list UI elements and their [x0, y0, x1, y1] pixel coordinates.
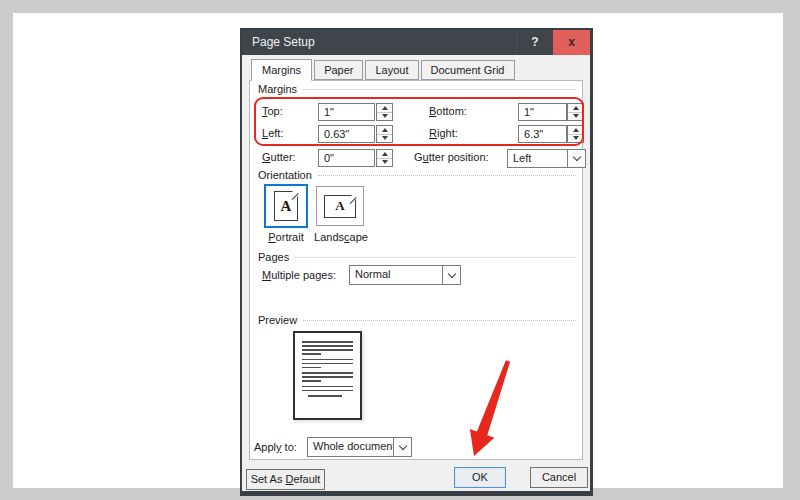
- dialog-title: Page Setup: [252, 30, 315, 55]
- preview-text-line: [302, 372, 353, 374]
- divider: [303, 320, 576, 321]
- triangle-up-icon: [573, 106, 579, 110]
- landscape-option[interactable]: A: [316, 186, 364, 226]
- preview-text-line: [302, 380, 321, 382]
- content-area: Page Setup ? x Margins Paper Layout Docu…: [13, 13, 783, 488]
- cancel-button[interactable]: Cancel: [530, 467, 588, 488]
- decrement-button[interactable]: [377, 135, 392, 143]
- increment-button[interactable]: [377, 104, 392, 113]
- margins-group-label: Margins: [258, 83, 297, 95]
- decrement-button[interactable]: [377, 159, 392, 167]
- preview-group-label: Preview: [258, 314, 297, 326]
- page-setup-dialog: Page Setup ? x Margins Paper Layout Docu…: [240, 28, 593, 496]
- multiple-pages-select[interactable]: Normal: [349, 265, 461, 285]
- gutter-position-value: Left: [508, 150, 567, 167]
- set-as-default-button[interactable]: Set As Default: [246, 469, 325, 490]
- tab-margins[interactable]: Margins: [251, 59, 312, 81]
- left-margin-label: Left:: [262, 125, 283, 142]
- increment-button[interactable]: [377, 150, 392, 159]
- top-margin-stepper[interactable]: [376, 103, 393, 121]
- gutter-position-label: Gutter position:: [414, 149, 489, 166]
- tab-document-grid[interactable]: Document Grid: [421, 60, 515, 80]
- preview-text-line: [302, 376, 353, 378]
- triangle-up-icon: [382, 128, 388, 132]
- preview-text-line: [302, 386, 353, 388]
- chevron-down-icon: [567, 150, 585, 167]
- left-margin-stepper[interactable]: [376, 125, 393, 143]
- chevron-glyph: [398, 441, 406, 449]
- divider: [318, 175, 576, 176]
- gutter-label: Gutter:: [262, 149, 296, 166]
- bottom-margin-stepper[interactable]: [567, 103, 584, 121]
- chevron-glyph: [447, 269, 455, 277]
- right-margin-input[interactable]: 6.3": [518, 125, 567, 143]
- tab-paper[interactable]: Paper: [314, 60, 363, 80]
- preview-group-header: Preview: [258, 314, 576, 326]
- pages-group-header: Pages: [258, 251, 576, 263]
- icon-letter: A: [335, 198, 344, 214]
- portrait-option[interactable]: A: [264, 184, 308, 228]
- increment-button[interactable]: [568, 104, 583, 113]
- portrait-page-icon: A: [274, 191, 298, 221]
- margins-group-header: Margins: [258, 83, 576, 95]
- preview-text-line: [302, 367, 321, 369]
- close-button[interactable]: x: [553, 30, 590, 55]
- preview-page-thumbnail: [293, 331, 362, 420]
- decrement-button[interactable]: [568, 135, 583, 143]
- increment-button[interactable]: [568, 126, 583, 135]
- triangle-down-icon: [573, 114, 579, 118]
- portrait-label: Portrait: [258, 231, 314, 243]
- decrement-button[interactable]: [377, 113, 392, 121]
- triangle-down-icon: [382, 160, 388, 164]
- preview-text-line: [302, 363, 353, 365]
- bottom-margin-input[interactable]: 1": [518, 103, 567, 121]
- tab-layout[interactable]: Layout: [365, 60, 418, 80]
- triangle-down-icon: [573, 136, 579, 140]
- preview-text-line: [302, 349, 353, 351]
- orientation-group-label: Orientation: [258, 169, 312, 181]
- chevron-down-icon: [442, 266, 460, 284]
- chevron-down-icon: [393, 438, 411, 456]
- preview-text-line: [302, 353, 321, 355]
- divider: [295, 257, 576, 258]
- left-margin-input[interactable]: 0.63": [318, 125, 375, 143]
- gutter-stepper[interactable]: [376, 149, 393, 167]
- right-margin-label: Right:: [429, 125, 458, 142]
- tab-bar: Margins Paper Layout Document Grid: [251, 58, 517, 80]
- gutter-position-select[interactable]: Left: [507, 149, 586, 168]
- preview-text-line: [302, 390, 353, 392]
- triangle-up-icon: [382, 152, 388, 156]
- ok-button[interactable]: OK: [454, 467, 506, 488]
- title-bar[interactable]: Page Setup ? x: [242, 30, 590, 55]
- preview-text-line: [308, 395, 342, 397]
- chevron-glyph: [572, 153, 580, 161]
- landscape-page-icon: A: [324, 195, 356, 218]
- preview-text-line: [302, 345, 353, 347]
- landscape-label: Landscape: [310, 231, 372, 243]
- multiple-pages-label: Multiple pages:: [262, 267, 336, 284]
- triangle-down-icon: [382, 136, 388, 140]
- icon-letter: A: [281, 198, 292, 215]
- apply-to-value: Whole document: [308, 438, 393, 456]
- multiple-pages-value: Normal: [350, 266, 442, 284]
- decrement-button[interactable]: [568, 113, 583, 121]
- pages-group-label: Pages: [258, 251, 289, 263]
- orientation-group-header: Orientation: [258, 169, 576, 181]
- triangle-up-icon: [573, 128, 579, 132]
- triangle-down-icon: [382, 114, 388, 118]
- preview-text-line: [302, 341, 353, 343]
- gutter-input[interactable]: 0": [318, 149, 375, 167]
- margins-tab-page: Margins Top: 1" Bottom: 1" Lef: [249, 80, 583, 460]
- apply-to-label: Apply to:: [254, 439, 297, 456]
- right-margin-stepper[interactable]: [567, 125, 584, 143]
- top-margin-label: Top:: [262, 103, 283, 120]
- top-margin-input[interactable]: 1": [318, 103, 375, 121]
- preview-text-line: [302, 359, 353, 361]
- bottom-margin-label: Bottom:: [429, 103, 467, 120]
- apply-to-select[interactable]: Whole document: [307, 437, 412, 457]
- increment-button[interactable]: [377, 126, 392, 135]
- triangle-up-icon: [382, 106, 388, 110]
- divider: [303, 89, 576, 90]
- help-button[interactable]: ?: [516, 30, 553, 55]
- screenshot-canvas: Page Setup ? x Margins Paper Layout Docu…: [0, 0, 800, 500]
